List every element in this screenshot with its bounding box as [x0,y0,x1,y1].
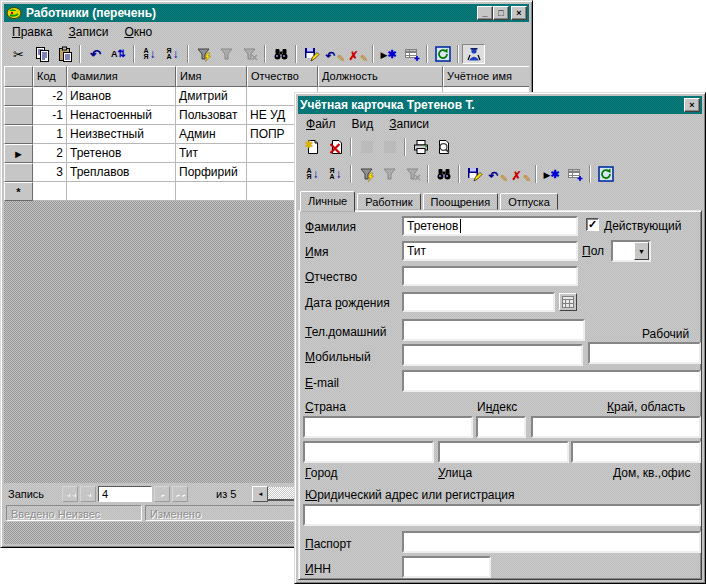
new-record-button[interactable]: ▶✱ [377,44,400,64]
refresh-button[interactable] [594,164,617,184]
tab-Личные[interactable]: Личные [300,191,355,212]
cell-code[interactable]: 3 [33,163,67,182]
column-header-account[interactable]: Учётное имя [443,66,529,87]
delete-card-button[interactable] [324,137,347,157]
cell-first[interactable]: Порфирий [176,163,247,182]
middle-name-input[interactable] [402,266,578,286]
row-selector-header[interactable] [4,66,33,87]
menu-item-Вид[interactable]: Вид [344,115,382,133]
delete-record-button[interactable]: ✗✎ [509,164,532,184]
card-titlebar[interactable]: Учётная карточка Третенов Т. × [298,96,702,114]
cell-last[interactable]: Ненастоенный [67,106,176,125]
add-table-button[interactable] [563,164,586,184]
print-preview-button[interactable] [432,137,455,157]
save-record-button[interactable] [463,164,486,184]
mobile-input[interactable] [402,344,583,366]
new-card-button[interactable]: ✱ [301,137,324,157]
undo-record-button[interactable]: ↶✎ [323,44,346,64]
cell-code[interactable]: 2 [33,144,67,163]
cell-empty[interactable] [33,182,67,201]
cell-last[interactable]: Иванов [67,87,176,106]
house-input[interactable] [571,441,701,463]
tab-Отпуска[interactable]: Отпуска [500,193,558,210]
cell-empty[interactable] [176,182,247,201]
column-header-position[interactable]: Должность [318,66,443,87]
column-header-middle[interactable]: Отчество [247,66,318,87]
cell-first[interactable]: Пользоват [176,106,247,125]
refresh-button[interactable] [431,44,454,64]
column-header-last[interactable]: Фамилия [67,66,176,87]
inn-input[interactable] [402,556,491,578]
cell-last[interactable]: Неизвестный [67,125,176,144]
tab-Работник[interactable]: Работник [357,193,420,210]
close-button[interactable]: × [684,98,700,112]
date-picker-button[interactable] [559,293,577,311]
cell-first[interactable]: Тит [176,144,247,163]
new-row-selector[interactable]: * [4,182,33,201]
paste-button[interactable] [53,44,76,64]
legal-address-input[interactable] [303,504,701,526]
close-button[interactable]: × [511,6,527,20]
add-table-button[interactable] [400,44,423,64]
cell-first[interactable]: Админ [176,125,247,144]
save-record-button[interactable] [300,44,323,64]
cell-last[interactable]: Третенов [67,144,176,163]
undo-button[interactable]: ↶ [84,44,107,64]
column-header-code[interactable]: Код [33,66,67,87]
menu-item-Файл[interactable]: Файл [298,115,344,133]
email-input[interactable] [402,370,701,392]
find-button[interactable] [269,44,292,64]
row-selector[interactable] [4,87,33,106]
postal-input[interactable] [476,416,526,438]
gender-combobox[interactable]: ▼ [611,240,651,262]
sort-descending-button[interactable]: ЯА↓ [161,44,184,64]
cell-code[interactable]: -1 [33,106,67,125]
active-checkbox[interactable]: ✓ [586,218,599,231]
cut-button[interactable]: ✂ [7,44,30,64]
tab-Поощрения[interactable]: Поощрения [423,193,499,210]
work-phone-input[interactable] [588,342,701,364]
cell-first[interactable]: Дмитрий [176,87,247,106]
city-input[interactable] [303,441,434,463]
column-header-first[interactable]: Имя [176,66,247,87]
person-card-button[interactable] [462,44,485,64]
sort-ascending-button[interactable]: АЯ↓ [138,44,161,64]
delete-record-button[interactable]: ✗✎ [346,44,369,64]
print-button[interactable] [409,137,432,157]
dropdown-arrow-icon[interactable]: ▼ [634,242,649,260]
last-name-input[interactable] [402,216,578,236]
menu-item-Правка[interactable]: Правка [4,23,61,41]
copy-button[interactable] [30,44,53,64]
menu-item-Окно[interactable]: Окно [116,23,160,41]
sort-ascending-button[interactable]: АЯ↓ [301,164,324,184]
undo-record-button[interactable]: ↶✎ [486,164,509,184]
maximize-button[interactable]: □ [493,6,509,20]
workers-titlebar[interactable]: Работники (перечень) _□× [4,4,529,22]
row-selector[interactable] [4,163,33,182]
row-selector[interactable] [4,106,33,125]
cell-code[interactable]: 1 [33,125,67,144]
country-input[interactable] [303,416,473,438]
sort-descending-button[interactable]: ЯА↓ [324,164,347,184]
filter-by-selection-button[interactable] [192,44,215,64]
street-input[interactable] [438,441,569,463]
record-number-input[interactable] [98,486,152,502]
cell-empty[interactable] [67,182,176,201]
cell-code[interactable]: -2 [33,87,67,106]
region-input[interactable] [531,416,701,438]
first-name-input[interactable] [402,241,578,261]
scroll-left-button[interactable]: ◄ [252,486,268,502]
current-row-marker[interactable]: ► [4,144,33,163]
home-phone-input[interactable] [402,319,585,341]
passport-input[interactable] [402,531,701,553]
cell-last[interactable]: Треплавов [67,163,176,182]
filter-by-selection-button[interactable] [355,164,378,184]
find-button[interactable] [432,164,455,184]
font-order-button[interactable]: А⇅ [107,44,130,64]
menu-item-Записи[interactable]: Записи [381,115,437,133]
minimize-button[interactable]: _ [477,6,493,20]
row-selector[interactable] [4,125,33,144]
new-record-button[interactable]: ▶✱ [540,164,563,184]
menu-item-Записи[interactable]: Записи [61,23,117,41]
birth-date-input[interactable] [402,292,555,312]
